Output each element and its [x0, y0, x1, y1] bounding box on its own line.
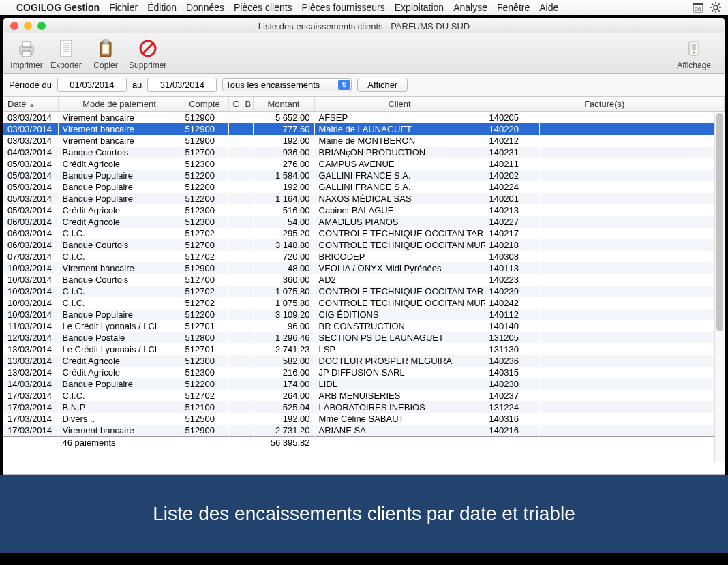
- cell-mode: C.I.C.: [58, 286, 181, 297]
- menu-donnees[interactable]: Données: [186, 2, 224, 13]
- table-header-row: Date▲ Mode de paiement Compte C B Montan…: [3, 97, 725, 112]
- table-row[interactable]: 10/03/2014Banque Populaire5122003 109,20…: [3, 309, 725, 320]
- table-row[interactable]: 04/03/2014Banque Courtois512700936,00BRI…: [3, 147, 725, 158]
- cell-c: [228, 158, 241, 170]
- cell-client: SECTION PS DE LAUNAGUET: [314, 332, 485, 343]
- cell-mode: Virement bancaire: [58, 262, 181, 274]
- menu-fenetre[interactable]: Fenêtre: [497, 2, 530, 13]
- col-factures[interactable]: Facture(s): [485, 97, 725, 112]
- scrollbar-thumb[interactable]: [716, 113, 723, 331]
- cell-compte: 512100: [181, 401, 228, 413]
- table-row[interactable]: 11/03/2014Le Crédit Lyonnais / LCL512701…: [3, 320, 725, 332]
- cell-compte: 512702: [181, 297, 228, 309]
- table-row[interactable]: 05/03/2014Banque Populaire5122001 164,00…: [3, 193, 725, 204]
- table-row[interactable]: 03/03/2014Virement bancaire5129005 652,0…: [3, 112, 725, 124]
- table-row[interactable]: 17/03/2014C.I.C.512702264,00ARB MENUISER…: [3, 390, 725, 401]
- table-row[interactable]: 13/03/2014Crédit Agricole512300216,00JP …: [3, 367, 725, 378]
- cell-date: 13/03/2014: [3, 367, 58, 378]
- menu-exploitation[interactable]: Exploitation: [395, 2, 444, 13]
- table-row[interactable]: 05/03/2014Crédit Agricole512300276,00CAM…: [3, 158, 725, 170]
- table-row[interactable]: 10/03/2014Virement bancaire51290048,00VE…: [3, 262, 725, 274]
- date-to-input[interactable]: [147, 78, 217, 92]
- col-b[interactable]: B: [241, 97, 253, 112]
- cell-compte: 512300: [181, 355, 228, 367]
- display-button[interactable]: Affichage: [677, 37, 711, 70]
- table-row[interactable]: 06/03/2014Banque Courtois5127003 148,80C…: [3, 239, 725, 251]
- copy-button[interactable]: Copier: [89, 37, 122, 70]
- svg-line-8: [712, 3, 713, 5]
- table-row[interactable]: 03/03/2014Virement bancaire512900192,00M…: [3, 135, 725, 147]
- cell-montant: 1 164,00: [253, 193, 314, 204]
- table-row[interactable]: 17/03/2014B.N.P512100525,04LABORATOIRES …: [3, 401, 725, 413]
- window: Liste des encaissements clients - PARFUM…: [3, 18, 725, 475]
- table-row[interactable]: 17/03/2014Divers ..512500192,00Mme Célin…: [3, 413, 725, 425]
- app-menu[interactable]: COGILOG Gestion: [16, 2, 100, 13]
- cell-montant: 3 148,80: [253, 239, 314, 251]
- export-button[interactable]: Exporter: [50, 37, 82, 70]
- table-row[interactable]: 06/03/2014C.I.C.512702295,20CONTROLE TEC…: [3, 228, 725, 239]
- cell-compte: 512300: [181, 204, 228, 216]
- cell-rest: [539, 425, 725, 437]
- col-mode[interactable]: Mode de paiement: [58, 97, 181, 112]
- cell-b: [241, 193, 253, 204]
- table-row[interactable]: 10/03/2014Banque Courtois512700360,00AD2…: [3, 274, 725, 286]
- cell-c: [228, 112, 241, 124]
- cell-b: [241, 158, 253, 170]
- calendar-icon[interactable]: 26: [693, 2, 703, 13]
- table-row[interactable]: 03/03/2014Virement bancaire512900777,60M…: [3, 123, 725, 135]
- col-montant[interactable]: Montant: [253, 97, 314, 112]
- cell-client: ARB MENUISERIES: [314, 390, 485, 401]
- print-button[interactable]: Imprimer: [10, 37, 43, 70]
- menu-pieces-clients[interactable]: Pièces clients: [234, 2, 292, 13]
- col-c[interactable]: C: [228, 97, 241, 112]
- menu-pieces-fournisseurs[interactable]: Pièces fournisseurs: [302, 2, 385, 13]
- table-row[interactable]: 12/03/2014Banque Postale5128001 296,46SE…: [3, 332, 725, 343]
- cell-b: [241, 413, 253, 425]
- table-row[interactable]: 05/03/2014Banque Populaire5122001 584,00…: [3, 170, 725, 181]
- table-row[interactable]: 05/03/2014Banque Populaire512200192,00GA…: [3, 181, 725, 193]
- date-from-input[interactable]: [57, 78, 127, 92]
- cell-montant: 276,00: [253, 158, 314, 170]
- table-row[interactable]: 14/03/2014Banque Populaire512200174,00LI…: [3, 378, 725, 390]
- show-button[interactable]: Afficher: [357, 78, 408, 92]
- cell-montant: 216,00: [253, 367, 314, 378]
- cell-facture: 140112: [485, 309, 539, 320]
- cell-c: [228, 274, 241, 286]
- cell-compte: 512900: [181, 262, 228, 274]
- cell-date: 06/03/2014: [3, 216, 58, 228]
- cell-date: 05/03/2014: [3, 158, 58, 170]
- cell-rest: [539, 355, 725, 367]
- vertical-scrollbar[interactable]: [714, 113, 725, 462]
- table-row[interactable]: 13/03/2014Le Crédit Lyonnais / LCL512701…: [3, 343, 725, 355]
- menu-aide[interactable]: Aide: [539, 2, 558, 13]
- cell-mode: Banque Populaire: [58, 181, 181, 193]
- table-row[interactable]: 10/03/2014C.I.C.5127021 075,80CONTROLE T…: [3, 286, 725, 297]
- col-compte[interactable]: Compte: [181, 97, 228, 112]
- cell-client: ARIANE SA: [314, 425, 485, 437]
- cell-b: [241, 355, 253, 367]
- table-row[interactable]: 17/03/2014Virement bancaire5129002 731,2…: [3, 425, 725, 437]
- cell-facture: 140220: [485, 123, 539, 135]
- menu-edition[interactable]: Édition: [147, 2, 177, 13]
- cell-b: [241, 239, 253, 251]
- table-row[interactable]: 07/03/2014C.I.C.512702720,00BRICODEP1403…: [3, 251, 725, 262]
- col-date[interactable]: Date▲: [3, 97, 58, 112]
- delete-button[interactable]: Supprimer: [129, 37, 166, 70]
- gear-icon[interactable]: [710, 2, 721, 13]
- cell-montant: 3 109,20: [253, 309, 314, 320]
- menu-analyse[interactable]: Analyse: [453, 2, 487, 13]
- table-row[interactable]: 10/03/2014C.I.C.5127021 075,80CONTROLE T…: [3, 297, 725, 309]
- menu-fichier[interactable]: Fichier: [109, 2, 138, 13]
- cell-c: [228, 204, 241, 216]
- scope-select[interactable]: Tous les encaissements: [222, 78, 352, 91]
- filter-bar: Période du au Tous les encaissements ⇅ A…: [3, 74, 725, 97]
- cell-rest: [539, 320, 725, 332]
- cell-compte: 512701: [181, 343, 228, 355]
- table-row[interactable]: 05/03/2014Crédit Agricole512300516,00Cab…: [3, 204, 725, 216]
- cell-rest: [539, 147, 725, 158]
- table-row[interactable]: 06/03/2014Crédit Agricole51230054,00AMAD…: [3, 216, 725, 228]
- cell-mode: Le Crédit Lyonnais / LCL: [58, 320, 181, 332]
- col-client[interactable]: Client: [314, 97, 485, 112]
- cell-date: 11/03/2014: [3, 320, 58, 332]
- table-row[interactable]: 13/03/2014Crédit Agricole512300582,00DOC…: [3, 355, 725, 367]
